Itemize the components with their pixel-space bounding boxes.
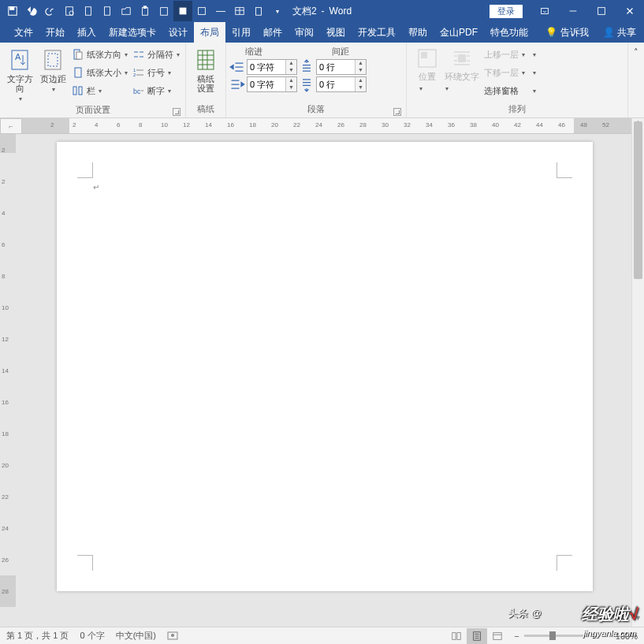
document-area[interactable]: ↵ [22,134,631,627]
svg-rect-25 [73,87,76,95]
spacing-after-icon [299,76,315,92]
position-button: 位置▾ [410,44,445,92]
indent-left-input[interactable]: ▲▼ [247,59,297,75]
zoom-slider[interactable] [524,635,587,637]
crop-mark [557,555,572,571]
read-mode-icon[interactable] [446,628,467,644]
page-setup-dialog-icon[interactable] [173,108,181,116]
ruler-corner[interactable]: ⌐ [0,118,22,134]
zoom-value[interactable]: 100% [601,631,638,641]
zoom-in-icon[interactable]: + [592,631,597,641]
print-layout-icon[interactable] [467,628,487,644]
clipboard-icon[interactable] [154,1,173,21]
tab-view[interactable]: 视图 [320,22,352,43]
paste-icon[interactable] [136,1,154,21]
open-icon[interactable] [117,1,136,21]
tab-insert[interactable]: 插入 [71,22,102,43]
titlebar: — ▾ 文档2 - Word 登录 [0,0,644,22]
tab-layout[interactable]: 布局 [194,22,225,43]
margins-icon [40,47,65,73]
text-direction-button[interactable]: A 文字方向▾ [3,44,36,104]
horizontal-ruler[interactable]: 2246810121416182022242628303234363840424… [22,118,631,134]
indent-right-input[interactable]: ▲▼ [247,76,297,92]
rotate-button: ▾ [527,82,538,99]
share-button[interactable]: 👤 共享 [603,26,636,39]
svg-rect-33 [458,54,466,62]
word-count[interactable]: 0 个字 [80,630,104,642]
page[interactable]: ↵ [57,142,593,591]
redo-icon[interactable] [41,1,60,21]
web-layout-icon[interactable] [487,628,508,644]
print-preview-icon[interactable] [60,1,79,21]
scroll-thumb[interactable] [634,121,642,279]
svg-rect-6 [143,8,148,16]
hyphen-icon: bc [132,84,145,97]
paste2-icon[interactable] [249,1,268,21]
ribbon-tabs: 文件 开始 插入 新建选项卡 设计 布局 引用 邮件 审阅 视图 开发工具 帮助… [0,22,644,43]
macro-record-icon[interactable] [167,630,178,642]
svg-rect-11 [181,10,184,11]
ribbon-options-icon[interactable] [530,0,559,22]
svg-rect-26 [79,87,82,95]
tab-design[interactable]: 设计 [162,22,194,43]
group-page-setup: A 文字方向▾ 页边距▾ 纸张方向▾ 纸张大小▾ 栏▾ 分隔符▾ 12行号▾ b… [0,43,186,117]
spacing-after-input[interactable]: ▲▼ [316,76,367,92]
view1-icon[interactable] [173,1,192,21]
hyphenation-button[interactable]: bc断字▾ [130,82,182,99]
scroll-down-icon[interactable]: ▼ [632,614,644,627]
qat-more-icon[interactable]: ▾ [268,1,287,21]
undo-icon[interactable] [22,1,41,21]
new-doc-icon[interactable] [79,1,98,21]
app-name: Word [329,6,352,17]
writing-paper-button[interactable]: 稿纸设置 [189,44,222,93]
tell-me[interactable]: 💡 告诉我 [545,26,589,39]
breaks-button[interactable]: 分隔符▾ [130,46,182,63]
paragraph-dialog-icon[interactable] [393,108,401,116]
selection-pane-button[interactable]: 选择窗格 [479,82,527,99]
tab-newopt[interactable]: 新建选项卡 [102,22,162,43]
tab-devtools[interactable]: 开发工具 [352,22,402,43]
ribbon: A 文字方向▾ 页边距▾ 纸张方向▾ 纸张大小▾ 栏▾ 分隔符▾ 12行号▾ b… [0,43,644,118]
tab-references[interactable]: 引用 [225,22,257,43]
svg-rect-4 [86,7,91,16]
view2-icon[interactable] [192,1,211,21]
line-numbers-button[interactable]: 12行号▾ [130,64,182,81]
table-icon[interactable] [230,1,249,21]
dash-icon[interactable]: — [211,1,230,21]
tab-help[interactable]: 帮助 [402,22,434,43]
svg-rect-46 [493,632,502,639]
svg-rect-16 [542,9,549,14]
svg-rect-12 [181,12,184,13]
tab-home[interactable]: 开始 [39,22,71,43]
vertical-scrollbar[interactable]: ▲ ▼ [631,118,644,627]
save-icon[interactable] [3,1,22,21]
orientation-button[interactable]: 纸张方向▾ [69,46,130,63]
new-doc2-icon[interactable] [98,1,117,21]
writing-paper-icon [193,47,218,73]
tab-special[interactable]: 特色功能 [484,22,534,43]
svg-rect-10 [181,9,184,9]
zoom-control[interactable]: − + 100% [514,631,638,641]
tab-mailings[interactable]: 邮件 [257,22,288,43]
margins-button[interactable]: 页边距▾ [36,44,69,95]
maximize-icon[interactable] [587,0,616,22]
tab-kingsoft-pdf[interactable]: 金山PDF [434,22,484,43]
zoom-out-icon[interactable]: − [514,631,519,641]
send-backward-button: 下移一层▾ [479,64,527,81]
svg-rect-44 [457,632,460,639]
columns-button[interactable]: 栏▾ [69,82,130,99]
spacing-before-input[interactable]: ▲▼ [316,59,367,75]
size-button[interactable]: 纸张大小▾ [69,64,130,81]
columns-icon [72,84,84,97]
doc-name: 文档2 [292,5,317,18]
align-button: ▾ [527,46,538,63]
minimize-icon[interactable] [559,0,587,22]
tab-file[interactable]: 文件 [8,22,39,43]
language-status[interactable]: 中文(中国) [116,630,156,642]
close-icon[interactable] [616,0,644,22]
login-button[interactable]: 登录 [490,5,523,18]
page-status[interactable]: 第 1 页，共 1 页 [6,630,69,642]
spacing-header: 间距 [316,46,403,58]
collapse-ribbon-icon[interactable]: ˄ [628,43,644,117]
tab-review[interactable]: 审阅 [288,22,320,43]
